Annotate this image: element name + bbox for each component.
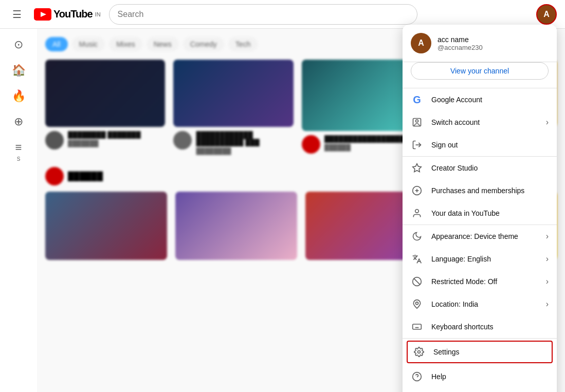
dropdown-handle: @accname230 [438,44,549,51]
sidebar-item-add[interactable]: ⊕ [2,110,35,134]
menu-item-appearance[interactable]: Appearance: Device theme › [403,225,557,248]
chevron-right-icon: › [546,118,549,127]
video-card[interactable]: ████████ ███████ ███████ [45,60,165,155]
dropdown-user-header: A acc name @accname230 [403,25,557,62]
menu-item-location[interactable]: Location: India › [403,293,557,315]
menu-item-creator-studio[interactable]: Creator Studio [403,157,557,179]
language-icon [411,253,423,265]
video-card[interactable] [175,192,297,260]
trending-icon: 🔥 [12,89,26,103]
menu-item-language[interactable]: Language: English › [403,248,557,270]
add-icon: ⊕ [14,115,23,128]
video-card[interactable]: ████████████ ██████████ ███ ████████ [173,60,293,155]
menu-item-label: Creator Studio [431,164,549,172]
sidebar: ⊙ 🏠 🔥 ⊕ ≡ S [0,29,37,392]
help-icon [411,370,423,383]
menu-item-label: Help [431,372,549,381]
explore-icon: 🏠 [12,64,26,77]
sidebar-item-trending[interactable]: 🔥 [2,84,35,108]
youtube-logo-icon [34,8,51,21]
menu-item-label: Sign out [431,141,549,149]
switch-account-icon [411,116,423,128]
view-channel-link[interactable]: View your channel [411,62,549,80]
svg-point-3 [416,120,418,122]
restricted-mode-icon [411,275,423,288]
menu-item-sign-out[interactable]: Sign out [403,134,557,156]
chip-tech[interactable]: Tech [228,37,258,51]
library-icon: ≡ [15,141,22,154]
menu-item-switch-account[interactable]: Switch account › [403,111,557,134]
chip-music[interactable]: Music [72,37,105,51]
your-data-icon [411,207,423,219]
menu-item-send-feedback[interactable]: Send feedback [403,388,557,392]
menu-item-your-data[interactable]: Your data in YouTube [403,202,557,225]
chip-comedy[interactable]: Comedy [183,37,224,51]
video-card[interactable] [45,192,167,260]
dropdown-section-account: G Google Account Switch account › [403,88,557,156]
google-icon: G [411,94,423,106]
dropdown-username: acc name [438,35,549,44]
video-sub: ███████ [68,140,165,147]
purchases-icon [411,184,423,197]
video-title: ████████ ███████ [68,131,165,139]
section-title: ██████ [68,172,103,181]
chip-mixes[interactable]: Mixes [109,37,142,51]
menu-item-label: Keyboard shortcuts [431,323,549,331]
menu-item-google-account[interactable]: G Google Account [403,88,557,111]
sidebar-item-explore[interactable]: 🏠 [2,59,35,82]
menu-item-label: Your data in YouTube [431,209,549,217]
keyboard-icon [411,321,423,333]
chevron-right-icon: › [546,300,549,309]
menu-item-restricted-mode[interactable]: Restricted Mode: Off › [403,270,557,293]
dropdown-section-settings: Appearance: Device theme › Language: Eng… [403,225,557,338]
avatar-button[interactable]: A [536,4,557,25]
chevron-right-icon: › [546,254,549,264]
sidebar-label-s: S [17,156,21,162]
search-input[interactable] [109,4,417,25]
sidebar-item-library[interactable]: ≡ S [2,136,35,167]
svg-marker-5 [413,164,422,172]
menu-icon[interactable]: ☰ [8,4,26,25]
logo-country: IN [95,11,101,17]
dropdown-section-studio: Creator Studio Purchases and memberships… [403,156,557,225]
sidebar-item-home[interactable]: ⊙ [2,33,35,57]
menu-item-label: Appearance: Device theme [431,232,538,240]
location-icon [411,298,423,310]
logo-text: YouTube [53,8,93,20]
menu-item-label: Language: English [431,255,538,263]
chevron-right-icon: › [546,232,549,241]
video-sub: ████████ [196,147,293,155]
user-info: acc name @accname230 [438,35,549,51]
section-dot [45,167,64,185]
topbar-right: A [536,4,557,25]
menu-item-label: Switch account [431,118,538,126]
menu-item-label: Location: India [431,300,538,308]
svg-point-9 [415,210,419,213]
menu-item-keyboard-shortcuts[interactable]: Keyboard shortcuts [403,315,557,338]
settings-icon [413,346,425,358]
video-title: ████████████ ██████████ ███ [196,131,293,146]
menu-item-settings[interactable]: Settings [407,341,553,363]
dropdown-avatar: A [411,33,431,53]
svg-rect-13 [413,324,422,329]
menu-item-label: Settings [433,348,546,356]
appearance-icon [411,230,423,242]
chip-news[interactable]: News [147,37,179,51]
dropdown-section-bottom: Settings Help Send feedback [403,338,557,392]
creator-studio-icon [411,162,423,174]
chip-all[interactable]: All [45,37,68,51]
dropdown-menu: A acc name @accname230 View your channel… [403,25,557,392]
menu-item-label: Restricted Mode: Off [431,277,538,286]
menu-item-purchases[interactable]: Purchases and memberships [403,179,557,202]
menu-item-label: Purchases and memberships [431,186,549,195]
menu-item-help[interactable]: Help [403,365,557,388]
chevron-right-icon: › [546,277,549,286]
menu-item-label: Google Account [431,96,549,104]
logo[interactable]: YouTubeIN [34,8,101,21]
home-icon: ⊙ [14,38,23,51]
sign-out-icon [411,139,423,151]
